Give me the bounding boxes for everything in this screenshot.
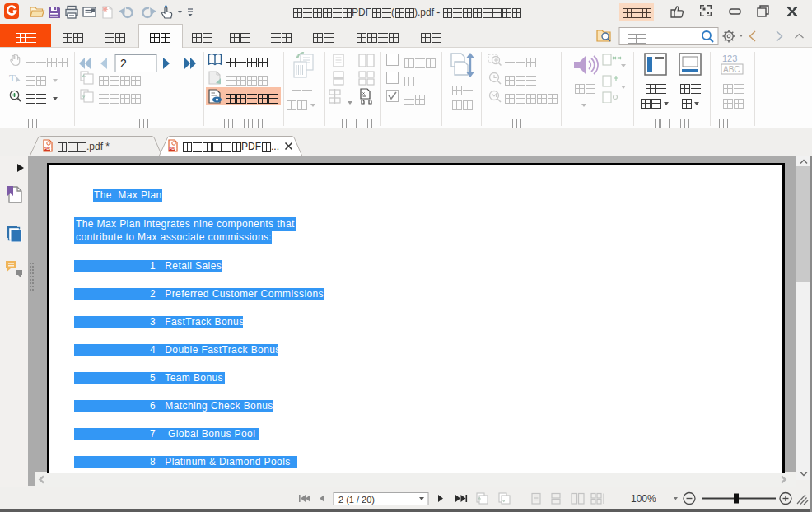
svg-text:PDF: PDF	[170, 147, 177, 151]
svg-text:2 (1 / 20): 2 (1 / 20)	[338, 495, 375, 505]
svg-text:2: 2	[120, 57, 127, 70]
svg-text:ABC: ABC	[723, 65, 740, 74]
svg-text:T: T	[9, 72, 16, 84]
svg-text:123: 123	[722, 54, 737, 63]
svg-text:PDF: PDF	[44, 147, 52, 151]
